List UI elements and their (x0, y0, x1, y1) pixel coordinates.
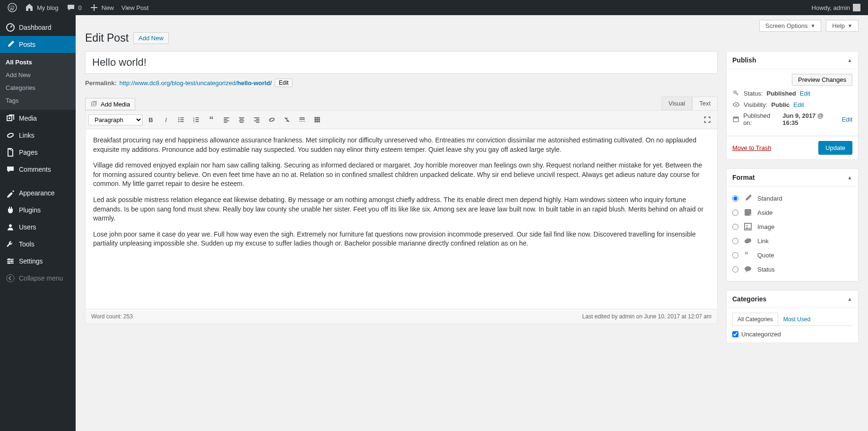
toggle-icon[interactable]: ▲ (847, 57, 852, 63)
menu-tools[interactable]: Tools (0, 236, 76, 253)
svg-rect-51 (735, 116, 736, 118)
menu-pages[interactable]: Pages (0, 144, 76, 161)
add-media-button[interactable]: Add Media (85, 98, 135, 110)
new-link[interactable]: New (86, 0, 118, 15)
word-count: Word count: 253 (91, 313, 133, 320)
editor-toolbar: Paragraph B I 123 “ (86, 111, 717, 129)
svg-rect-26 (224, 121, 229, 122)
format-image[interactable]: Image (732, 220, 852, 234)
submenu-all-posts[interactable]: All Posts (0, 56, 76, 69)
cat-item[interactable]: Uncategorized (732, 331, 852, 338)
paragraph: Breakfast procuring nay end happiness al… (93, 136, 710, 154)
menu-dashboard[interactable]: Dashboard (0, 19, 76, 36)
menu-links[interactable]: Links (0, 127, 76, 144)
menu-collapse[interactable]: Collapse menu (0, 270, 76, 287)
tab-text[interactable]: Text (692, 97, 718, 110)
update-button[interactable]: Update (818, 141, 852, 155)
svg-rect-39 (316, 117, 318, 118)
submenu-add-new[interactable]: Add New (0, 69, 76, 81)
eye-icon (732, 101, 740, 108)
ul-button[interactable] (174, 113, 188, 127)
svg-point-3 (9, 224, 12, 227)
svg-rect-44 (314, 121, 316, 122)
unlink-button[interactable] (280, 113, 294, 127)
edit-status-link[interactable]: Edit (800, 90, 810, 97)
menu-media[interactable]: Media (0, 110, 76, 127)
format-status[interactable]: Status (732, 262, 852, 276)
more-button[interactable] (295, 113, 309, 127)
screen-options-button[interactable]: Screen Options▼ (759, 20, 822, 32)
svg-rect-23 (195, 121, 199, 122)
comments-link[interactable]: 0 (62, 0, 86, 15)
cat-tab-most[interactable]: Most Used (778, 313, 816, 325)
svg-rect-38 (314, 117, 316, 118)
permalink-edit-button[interactable]: Edit (275, 79, 293, 87)
svg-point-7 (8, 258, 10, 260)
ol-button[interactable]: 123 (189, 113, 203, 127)
toggle-icon[interactable]: ▲ (847, 296, 852, 302)
align-right-button[interactable] (250, 113, 264, 127)
menu-comments[interactable]: Comments (0, 161, 76, 178)
link-button[interactable] (265, 113, 279, 127)
menu-users[interactable]: Users (0, 219, 76, 236)
svg-rect-41 (314, 119, 316, 120)
format-link[interactable]: Link (732, 234, 852, 248)
help-button[interactable]: Help▼ (826, 20, 859, 32)
toggle-icon[interactable]: ▲ (847, 175, 852, 180)
svg-rect-25 (224, 119, 227, 120)
view-post-link[interactable]: View Post (118, 0, 153, 15)
svg-rect-50 (733, 117, 738, 118)
page-title: Edit Post (85, 32, 129, 44)
admin-toolbar: My blog 0 New View Post Howdy, admin (0, 0, 868, 15)
svg-point-0 (8, 3, 17, 12)
align-left-button[interactable] (219, 113, 234, 127)
visibility-row: Visibility: Public Edit (732, 101, 852, 108)
align-center-button[interactable] (234, 113, 249, 127)
menu-settings[interactable]: Settings (0, 253, 76, 270)
svg-rect-46 (318, 121, 320, 122)
svg-point-55 (746, 225, 748, 227)
paragraph: Village did removed enjoyed explain nor … (93, 161, 710, 189)
svg-point-57 (745, 266, 751, 271)
permalink-link[interactable]: http://www.dc8.org/blog-test/uncategoriz… (119, 79, 271, 87)
menu-posts[interactable]: Posts (0, 36, 76, 53)
submenu-categories[interactable]: Categories (0, 81, 76, 94)
publish-box: Publish ▲ Preview Changes Status: Publis… (726, 51, 859, 160)
content-area: Screen Options▼ Help▼ Edit Post Add New … (76, 15, 868, 431)
new-label: New (102, 4, 114, 11)
svg-rect-27 (224, 122, 227, 123)
preview-button[interactable]: Preview Changes (792, 74, 852, 86)
add-new-button[interactable]: Add New (133, 32, 169, 44)
paragraph: Led ask possible mistress relation elega… (93, 195, 710, 223)
editor-body[interactable]: Breakfast procuring nay end happiness al… (86, 129, 717, 309)
svg-point-14 (178, 119, 179, 120)
format-quote[interactable]: “Quote (732, 248, 852, 262)
fullscreen-button[interactable] (700, 113, 714, 127)
toolbar-toggle-button[interactable] (310, 113, 324, 127)
italic-button[interactable]: I (159, 113, 173, 127)
menu-plugins[interactable]: Plugins (0, 202, 76, 219)
cat-tab-all[interactable]: All Categories (732, 313, 778, 325)
svg-point-9 (8, 262, 10, 264)
bold-button[interactable]: B (144, 113, 158, 127)
wp-logo[interactable] (4, 0, 21, 15)
svg-rect-21 (195, 119, 199, 120)
howdy-link[interactable]: Howdy, admin (808, 0, 864, 15)
post-title-input[interactable] (85, 51, 718, 74)
format-select[interactable]: Paragraph (88, 114, 143, 125)
edit-published-link[interactable]: Edit (842, 116, 852, 123)
svg-rect-13 (180, 117, 183, 118)
svg-rect-37 (299, 119, 304, 120)
key-icon (732, 89, 740, 97)
format-aside[interactable]: Aside (732, 205, 852, 220)
submenu-tags[interactable]: Tags (0, 94, 76, 107)
edit-visibility-link[interactable]: Edit (793, 101, 804, 108)
publish-title: Publish (732, 56, 756, 64)
menu-appearance[interactable]: Appearance (0, 185, 76, 202)
format-standard[interactable]: Standard (732, 191, 852, 205)
trash-link[interactable]: Move to Trash (732, 144, 771, 151)
tab-visual[interactable]: Visual (661, 97, 692, 110)
svg-rect-19 (195, 117, 199, 118)
quote-button[interactable]: “ (204, 113, 218, 127)
site-link[interactable]: My blog (21, 0, 62, 15)
